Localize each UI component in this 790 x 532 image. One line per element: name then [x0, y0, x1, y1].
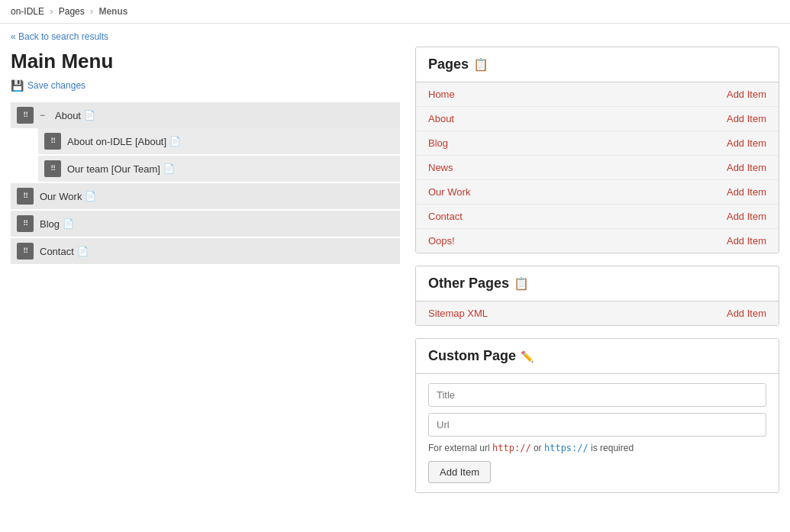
- menu-label-contact: Contact 📄: [40, 246, 89, 257]
- page-icon-our-team: 📄: [163, 163, 175, 174]
- menu-label-about-on-idle: About on-IDLE [About] 📄: [67, 136, 181, 147]
- right-panel: Pages 📋 Home Add Item About Add Item Blo…: [415, 47, 779, 493]
- drag-icon-5: ⠿: [23, 220, 28, 227]
- page-name-our-work: Our Work: [428, 186, 470, 198]
- menu-item-about: ⠿ − About 📄 ⠿ About on-ID: [11, 102, 400, 182]
- page-name-blog: Blog: [428, 137, 448, 149]
- menu-label-blog: Blog 📄: [40, 218, 74, 230]
- add-item-blog[interactable]: Add Item: [727, 137, 766, 149]
- page-name-news: News: [428, 162, 453, 173]
- menu-item-our-work: ⠿ Our Work 📄: [11, 183, 400, 209]
- page-icon-about: 📄: [84, 110, 95, 121]
- contact-text: Contact: [40, 246, 74, 257]
- breadcrumb-on-idle[interactable]: on-IDLE: [11, 6, 44, 17]
- custom-page-url-input[interactable]: [428, 413, 766, 437]
- page-icon-blog: 📄: [63, 218, 74, 229]
- menu-row-contact: ⠿ Contact 📄: [11, 238, 400, 264]
- menu-label-about: About 📄: [55, 110, 95, 121]
- url-help-suffix: is required: [588, 443, 634, 453]
- custom-page-panel: Custom Page ✏️ For external url http:// …: [415, 338, 779, 493]
- list-item: Sitemap XML Add Item: [416, 301, 779, 325]
- custom-page-add-button[interactable]: Add Item: [428, 461, 491, 483]
- add-item-our-work[interactable]: Add Item: [727, 186, 766, 198]
- menu-row-our-work: ⠿ Our Work 📄: [11, 183, 400, 209]
- drag-handle-contact[interactable]: ⠿: [17, 243, 34, 260]
- add-item-oops[interactable]: Add Item: [727, 235, 766, 247]
- drag-handle-our-team[interactable]: ⠿: [44, 160, 61, 177]
- page-title: Main Menu: [11, 50, 400, 73]
- collapse-about[interactable]: −: [40, 110, 49, 121]
- drag-icon-2: ⠿: [50, 137, 56, 145]
- pages-panel-body: Home Add Item About Add Item Blog Add It…: [416, 82, 779, 253]
- page-name-sitemap: Sitemap XML: [428, 308, 488, 319]
- list-item: Contact Add Item: [416, 205, 779, 229]
- drag-handle-blog[interactable]: ⠿: [17, 215, 34, 232]
- breadcrumb-sep-2: ›: [90, 6, 93, 17]
- page-name-about: About: [428, 113, 454, 124]
- custom-page-header: Custom Page ✏️: [416, 339, 779, 374]
- left-panel: Main Menu 💾 Save changes ⠿ − About 📄: [11, 47, 400, 493]
- page-icon-about-on-idle: 📄: [169, 136, 181, 147]
- add-item-about[interactable]: Add Item: [727, 113, 766, 124]
- custom-page-title: Custom Page: [428, 348, 516, 364]
- add-item-sitemap[interactable]: Add Item: [727, 308, 766, 319]
- other-pages-header: Other Pages 📋: [416, 266, 779, 301]
- custom-page-body: For external url http:// or https:// is …: [416, 374, 779, 492]
- breadcrumb: on-IDLE › Pages › Menus: [0, 0, 790, 24]
- back-link[interactable]: « Back to search results: [11, 31, 108, 42]
- edit-icon: ✏️: [521, 350, 534, 363]
- other-pages-panel: Other Pages 📋 Sitemap XML Add Item: [415, 266, 779, 326]
- drag-handle-our-work[interactable]: ⠿: [17, 188, 34, 205]
- back-link-container: « Back to search results: [0, 24, 790, 47]
- drag-icon: ⠿: [23, 111, 28, 119]
- menu-item-contact: ⠿ Contact 📄: [11, 238, 400, 264]
- about-on-idle-text: About on-IDLE [About]: [67, 136, 166, 147]
- url-help-text: For external url http:// or https:// is …: [428, 443, 766, 453]
- add-item-home[interactable]: Add Item: [727, 89, 766, 100]
- page-name-home: Home: [428, 89, 455, 100]
- drag-handle-about[interactable]: ⠿: [17, 107, 34, 124]
- menu-tree: ⠿ − About 📄 ⠿ About on-ID: [11, 102, 400, 264]
- list-item: Our Work Add Item: [416, 180, 779, 205]
- page-name-oops: Oops!: [428, 235, 455, 247]
- menu-children-about: ⠿ About on-IDLE [About] 📄 ⠿ Our: [11, 128, 400, 182]
- drag-icon-4: ⠿: [23, 192, 28, 200]
- menu-item-blog: ⠿ Blog 📄: [11, 211, 400, 237]
- menu-label-our-work: Our Work 📄: [40, 191, 96, 202]
- add-item-contact[interactable]: Add Item: [727, 211, 766, 222]
- add-item-news[interactable]: Add Item: [727, 162, 766, 173]
- custom-page-form: For external url http:// or https:// is …: [416, 374, 779, 492]
- pages-doc-icon: 📋: [473, 57, 489, 72]
- list-item: Home Add Item: [416, 82, 779, 107]
- other-pages-body: Sitemap XML Add Item: [416, 301, 779, 325]
- pages-title: Pages: [428, 56, 469, 73]
- menu-row-blog: ⠿ Blog 📄: [11, 211, 400, 237]
- breadcrumb-pages[interactable]: Pages: [59, 6, 85, 17]
- page-icon-our-work: 📄: [85, 191, 96, 202]
- list-item: Blog Add Item: [416, 131, 779, 156]
- menu-row-about: ⠿ − About 📄: [11, 102, 400, 128]
- http-text: http://: [492, 443, 531, 453]
- url-help-or: or: [531, 443, 544, 453]
- pages-panel-header: Pages 📋: [416, 47, 779, 82]
- list-item: Oops! Add Item: [416, 229, 779, 253]
- about-text: About: [55, 110, 81, 121]
- floppy-icon: 💾: [11, 79, 24, 92]
- drag-icon-3: ⠿: [50, 165, 56, 172]
- url-help-prefix: For external url: [428, 443, 492, 453]
- menu-child-our-team: ⠿ Our team [Our Team] 📄: [38, 156, 400, 182]
- breadcrumb-current: Menus: [98, 6, 127, 17]
- page-icon-contact: 📄: [77, 246, 89, 256]
- menu-label-our-team: Our team [Our Team] 📄: [67, 163, 175, 175]
- list-item: About Add Item: [416, 107, 779, 131]
- our-team-text: Our team [Our Team]: [67, 163, 160, 175]
- custom-page-title-input[interactable]: [428, 383, 766, 407]
- drag-icon-6: ⠿: [23, 247, 28, 255]
- drag-handle-about-on-idle[interactable]: ⠿: [44, 133, 61, 150]
- breadcrumb-sep-1: ›: [50, 6, 53, 17]
- other-pages-title: Other Pages: [428, 276, 509, 292]
- https-text: https://: [544, 443, 588, 453]
- save-changes-button[interactable]: 💾 Save changes: [11, 79, 400, 92]
- menu-child-about-on-idle: ⠿ About on-IDLE [About] 📄: [38, 128, 400, 154]
- pages-panel: Pages 📋 Home Add Item About Add Item Blo…: [415, 47, 779, 253]
